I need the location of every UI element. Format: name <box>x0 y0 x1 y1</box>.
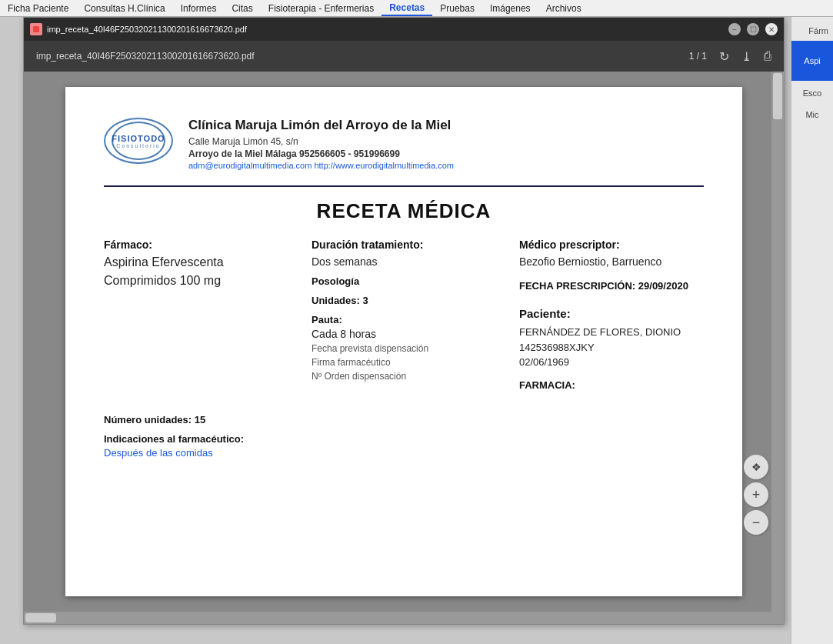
paciente-name: FERNÁNDEZ DE FLORES, DIONIO <box>519 325 704 340</box>
clinic-email-web: adm@eurodigitalmultimedia.com http://www… <box>188 161 704 170</box>
zoom-in-button[interactable]: + <box>744 482 768 507</box>
sidebar-btn-esco[interactable]: Esco <box>791 82 833 104</box>
clinic-header: FISIOTODO Consultorio Clínica Maruja Lim… <box>104 118 704 170</box>
pdf-scrollbar-thumb <box>773 73 782 119</box>
sidebar-farmaco-label: Fárm <box>791 23 833 39</box>
menu-pruebas[interactable]: Pruebas <box>432 2 482 15</box>
farmaco-extras: Número unidades: 15 Indicaciones al farm… <box>104 406 350 459</box>
window-title: imp_receta_40I46F25032021130020161667362… <box>47 25 728 34</box>
pdf-print-icon[interactable]: ⎙ <box>764 49 771 64</box>
pdf-toolbar-icons: ↻ ⤓ ⎙ <box>719 49 771 64</box>
col-farmaco: Fármaco: Aspirina Efervescenta Comprimid… <box>104 239 304 391</box>
farmaco-format: Comprimidos 100 mg <box>104 274 288 288</box>
pdf-hscrollbar[interactable] <box>24 612 784 624</box>
duracion-value: Dos semanas <box>312 255 496 268</box>
pauta-value: Cada 8 horas <box>312 328 496 340</box>
pdf-content-area[interactable]: FISIOTODO Consultorio Clínica Maruja Lim… <box>24 72 784 612</box>
menu-fisioterapia[interactable]: Fisioterapia - Enfermerias <box>261 2 382 15</box>
pauta-label: Pauta: <box>312 314 496 325</box>
col-medico: Médico prescriptor: Bezofio Berniostio, … <box>504 239 704 391</box>
menu-ficha-paciente[interactable]: Ficha Paciente <box>0 2 76 15</box>
pdf-hscrollbar-thumb <box>25 613 56 622</box>
clinic-city-phone: Arroyo de la Miel Málaga 952566605 - 951… <box>188 148 704 159</box>
posologia-label: Posología <box>312 275 496 287</box>
logo-text-main: FISIOTODO <box>112 134 165 143</box>
duracion-label: Duración tratamiento: <box>312 239 496 251</box>
clinic-name: Clínica Maruja Limón del Arroyo de la Mi… <box>188 118 704 133</box>
norden-label: Nº Orden dispensación <box>312 371 496 382</box>
bottom-extras: Número unidades: 15 Indicaciones al farm… <box>104 406 704 459</box>
pdf-refresh-icon[interactable]: ↻ <box>719 49 729 64</box>
window-minimize-button[interactable]: − <box>728 23 741 35</box>
sidebar-btn-mic[interactable]: Mic <box>791 104 833 125</box>
top-menubar: Ficha Paciente Consultas H.Clínica Infor… <box>0 0 833 17</box>
clinic-logo: FISIOTODO Consultorio <box>104 118 173 164</box>
menu-archivos[interactable]: Archivos <box>538 2 589 15</box>
menu-consultas[interactable]: Consultas H.Clínica <box>76 2 172 15</box>
menu-informes[interactable]: Informes <box>173 2 225 15</box>
window-close-button[interactable]: ✕ <box>765 23 778 35</box>
window-app-icon <box>30 23 42 35</box>
medico-name: Bezofio Berniostio, Barruenco <box>519 255 704 268</box>
zoom-out-button[interactable]: − <box>744 510 768 535</box>
pdf-page: FISIOTODO Consultorio Clínica Maruja Lim… <box>65 87 742 596</box>
doc-title: RECETA MÉDICA <box>104 199 704 223</box>
window-titlebar: imp_receta_40I46F25032021130020161667362… <box>24 18 784 41</box>
zoom-buttons: ❖ + − <box>744 455 768 535</box>
pdf-download-icon[interactable]: ⤓ <box>741 49 751 64</box>
paciente-dob: 02/06/1969 <box>519 355 704 370</box>
medico-label: Médico prescriptor: <box>519 239 704 251</box>
num-unidades-label: Número unidades: 15 <box>104 414 335 425</box>
right-sidebar: Fárm Aspi Esco Mic <box>791 17 833 644</box>
col-duracion: Duración tratamiento: Dos semanas Posolo… <box>304 239 504 391</box>
content-grid: Fármaco: Aspirina Efervescenta Comprimid… <box>104 239 704 391</box>
paciente-label: Paciente: <box>519 307 704 320</box>
farmaco-label: Fármaco: <box>104 239 288 251</box>
farmacia-label: FARMACIA: <box>519 379 704 391</box>
svg-rect-0 <box>33 26 39 32</box>
pdf-filename: imp_receta_40I46F25032021130020161667362… <box>36 51 677 62</box>
pdf-toolbar: imp_receta_40I46F25032021130020161667362… <box>24 41 784 72</box>
unidades-label: Unidades: 3 <box>312 295 496 306</box>
fecha-prescripcion: FECHA PRESCRIPCIÓN: 29/09/2020 <box>519 280 704 292</box>
sidebar-btn-aspi[interactable]: Aspi <box>791 41 833 81</box>
header-divider <box>104 185 704 187</box>
zoom-fit-button[interactable]: ❖ <box>744 455 768 479</box>
menu-imagenes[interactable]: Imágenes <box>482 2 538 15</box>
firma-label: Firma farmacéutico <box>312 357 496 368</box>
indicaciones-value: Después de las comidas <box>104 447 335 459</box>
pdf-page-info: 1 / 1 <box>689 51 707 62</box>
clinic-address: Calle Maruja Limón 45, s/n <box>188 136 704 147</box>
window-controls: − ☐ ✕ <box>728 23 778 35</box>
pdf-window: imp_receta_40I46F25032021130020161667362… <box>23 17 785 625</box>
logo-circle: FISIOTODO Consultorio <box>112 122 165 160</box>
indicaciones-label: Indicaciones al farmacéutico: <box>104 433 335 445</box>
clinic-info: Clínica Maruja Limón del Arroyo de la Mi… <box>188 118 704 170</box>
window-maximize-button[interactable]: ☐ <box>747 23 759 35</box>
fecha-disp-label: Fecha prevista dispensación <box>312 343 496 354</box>
pdf-scrollbar[interactable] <box>771 72 784 612</box>
farmaco-name: Aspirina Efervescenta <box>104 255 288 269</box>
menu-citas[interactable]: Citas <box>224 2 260 15</box>
logo-text-sub: Consultorio <box>116 143 160 148</box>
paciente-id: 142536988XJKY <box>519 340 704 355</box>
menu-recetas[interactable]: Recetas <box>382 1 432 16</box>
